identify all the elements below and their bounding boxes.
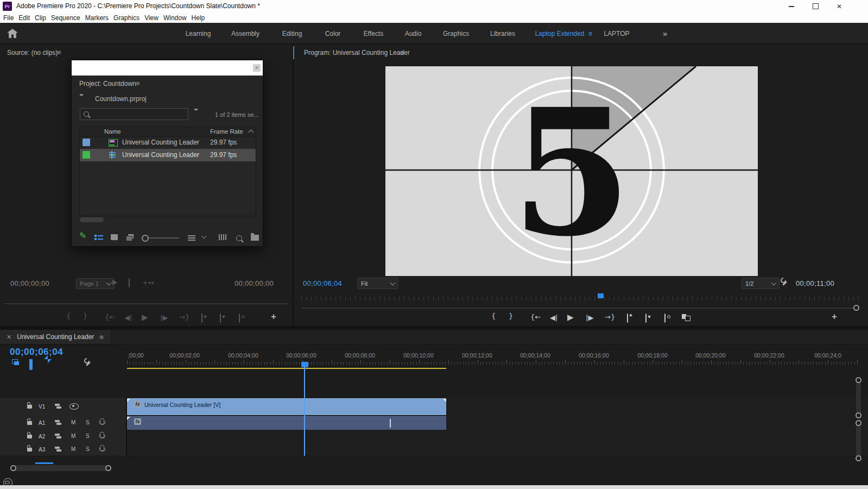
tab-laptop-extended[interactable]: Laptop Extended <box>535 30 585 37</box>
track-header-a1[interactable]: A1 M S <box>0 416 127 430</box>
video-clip[interactable]: fx Universal Counting Leader [V] <box>127 398 446 415</box>
scroll-handle[interactable] <box>856 420 861 426</box>
menu-graphics[interactable]: Graphics <box>113 14 140 22</box>
zoom-handle-left[interactable] <box>10 465 16 471</box>
source-overwrite-icon[interactable] <box>220 314 221 322</box>
go-to-in-icon[interactable]: {← <box>530 313 541 321</box>
source-panel-menu-icon[interactable] <box>57 48 61 57</box>
lock-icon[interactable] <box>27 448 32 452</box>
zoom-slider-handle[interactable] <box>142 235 149 242</box>
project-panel-menu-icon[interactable] <box>136 79 140 87</box>
track-header-a2[interactable]: A2 M S <box>0 430 127 442</box>
new-bin-icon[interactable] <box>251 235 259 241</box>
source-step-back-icon[interactable]: ◀| <box>124 314 132 322</box>
table-horizontal-scrollbar[interactable] <box>80 217 104 222</box>
sort-ascending-icon[interactable] <box>249 130 254 135</box>
program-playhead[interactable] <box>598 293 604 298</box>
menu-window[interactable]: Window <box>163 14 187 22</box>
label-color-chip[interactable] <box>83 151 90 159</box>
mute-button[interactable]: M <box>71 446 75 452</box>
title-bar[interactable]: Pr Adobe Premiere Pro 2020 - C:\Premiere… <box>0 0 868 12</box>
sync-lock-icon[interactable] <box>55 434 62 439</box>
timeline-sequence-tab[interactable]: ✕ Universal Counting Leader <box>0 330 110 344</box>
sync-lock-icon[interactable] <box>55 420 62 425</box>
timeline-zoom-scrollbar[interactable] <box>10 465 111 471</box>
fade-handle-icon[interactable] <box>127 417 130 420</box>
mute-button[interactable]: M <box>71 419 75 425</box>
snap-magnet-icon[interactable] <box>29 359 33 369</box>
menu-markers[interactable]: Markers <box>85 14 109 22</box>
scroll-handle[interactable] <box>856 377 861 383</box>
label-color-chip[interactable] <box>83 139 90 146</box>
source-go-to-out-icon[interactable]: →} <box>179 313 189 321</box>
track-label[interactable]: V1 <box>39 404 45 410</box>
menu-clip[interactable]: Clip <box>35 14 46 22</box>
find-icon[interactable] <box>236 235 242 241</box>
fx-badge[interactable]: fx <box>134 401 141 408</box>
solo-button[interactable]: S <box>86 446 90 452</box>
horizontal-divider[interactable] <box>0 326 868 330</box>
source-insert-icon[interactable] <box>201 314 202 322</box>
tab-audio[interactable]: Audio <box>405 30 422 37</box>
program-button-editor-icon[interactable]: + <box>832 311 837 322</box>
source-button-editor-icon[interactable]: + <box>271 311 276 322</box>
workspace-overflow-icon[interactable]: » <box>663 29 667 38</box>
source-play-icon[interactable]: ▶ <box>142 312 148 322</box>
source-mark-in-icon[interactable]: { <box>66 312 71 320</box>
project-search-input[interactable] <box>80 108 188 120</box>
bin-name[interactable]: Countdown.prproj <box>95 95 147 103</box>
fx-badge[interactable]: fx <box>134 418 141 425</box>
tab-graphics[interactable]: Graphics <box>443 30 469 37</box>
project-panel-window[interactable]: ✕ Project: Countdown Countdown.prproj 1 … <box>71 60 263 247</box>
project-window-drag-bar[interactable]: ✕ <box>72 60 263 76</box>
table-row[interactable]: Universal Counting Leader 29.97 fps <box>80 136 256 149</box>
eye-icon[interactable] <box>69 403 79 410</box>
mute-button[interactable]: M <box>71 433 75 439</box>
work-area-bar[interactable] <box>127 368 446 369</box>
solo-button[interactable]: S <box>86 433 90 439</box>
tab-effects[interactable]: Effects <box>364 30 383 37</box>
program-mini-ruler[interactable] <box>301 297 859 300</box>
menu-view[interactable]: View <box>144 14 159 22</box>
source-go-to-in-icon[interactable]: {← <box>105 313 115 321</box>
lock-icon[interactable] <box>27 435 32 438</box>
zoom-handle-right[interactable] <box>105 465 111 471</box>
automate-to-sequence-icon[interactable] <box>219 234 226 240</box>
tab-assembly[interactable]: Assembly <box>231 30 259 37</box>
panel-divider[interactable] <box>293 43 294 326</box>
track-label[interactable]: A3 <box>39 447 45 453</box>
tab-laptop[interactable]: LAPTOP <box>604 30 629 37</box>
source-timecode[interactable]: 00;00;00;00 <box>10 279 49 287</box>
timeline-panel-menu-icon[interactable] <box>99 333 104 341</box>
source-export-frame-icon[interactable] <box>239 314 240 322</box>
column-frame-rate[interactable]: Frame Rate <box>210 128 243 135</box>
menu-edit[interactable]: Edit <box>18 14 30 22</box>
minimize-button[interactable] <box>780 0 803 12</box>
lift-icon[interactable] <box>627 314 628 322</box>
track-header-scrollbar[interactable] <box>35 462 53 464</box>
sort-chevron-icon[interactable] <box>201 234 207 239</box>
playback-resolution-select[interactable]: 1/2 <box>742 278 780 289</box>
mic-icon[interactable] <box>100 432 104 438</box>
sync-lock-icon[interactable] <box>55 447 62 452</box>
close-sequence-icon[interactable]: ✕ <box>7 334 11 341</box>
timecode-overlay-icon[interactable]: +↔ <box>142 279 154 287</box>
zoom-slider-track[interactable] <box>149 237 179 239</box>
timeline-timecode[interactable]: 00;00;06;04 <box>10 347 63 358</box>
source-mark-out-icon[interactable]: } <box>83 312 87 320</box>
tab-libraries[interactable]: Libraries <box>490 30 515 37</box>
source-scrubber[interactable] <box>4 303 289 304</box>
mark-out-icon[interactable]: } <box>509 312 513 320</box>
project-window-close-button[interactable]: ✕ <box>253 64 261 72</box>
fade-handle-icon[interactable] <box>127 399 130 402</box>
table-row-selected[interactable]: Universal Counting Leader 29.97 fps <box>80 149 256 161</box>
source-play-proxy-icon[interactable]: ▶ <box>112 278 117 286</box>
captions-display-icon[interactable] <box>129 279 130 287</box>
icon-view-icon[interactable] <box>111 234 118 240</box>
audio-tracks-scrollbar[interactable] <box>856 423 861 459</box>
table-header[interactable]: Name Frame Rate <box>80 127 256 137</box>
lock-icon[interactable] <box>27 421 32 425</box>
mic-icon[interactable] <box>100 418 104 424</box>
track-header-a3[interactable]: A3 M S <box>0 442 127 456</box>
program-timecode[interactable]: 00;00;06;04 <box>303 279 342 287</box>
